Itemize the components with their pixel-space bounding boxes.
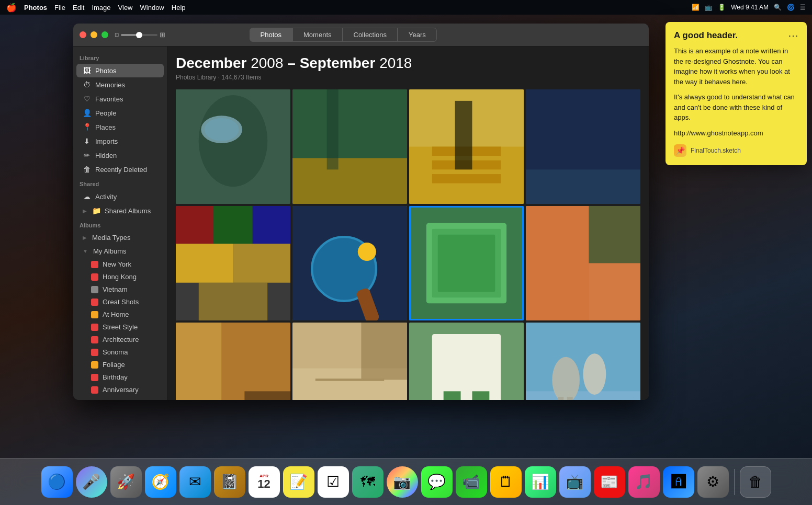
apple-menu[interactable]: 🍎 [6, 3, 17, 13]
ghostnote-link[interactable]: http://www.ghostnoteapp.com [674, 128, 798, 139]
sidebar-album-birthday[interactable]: Birthday [76, 371, 164, 383]
dock-trash[interactable]: 🗑 [740, 466, 771, 498]
svg-rect-29 [438, 235, 495, 292]
sidebar-album-anniversary[interactable]: Anniversary [76, 384, 164, 396]
battery-icon: 🔋 [718, 4, 726, 11]
siri-dock-icon: 🎤 [82, 473, 100, 490]
maximize-button[interactable] [102, 31, 108, 38]
photo-1[interactable] [176, 89, 290, 204]
size-slider-group[interactable]: ⊡ ⊞ [115, 31, 165, 39]
tab-moments[interactable]: Moments [292, 28, 342, 42]
menu-help[interactable]: Help [172, 4, 186, 12]
dock-photos[interactable]: 📷 [387, 466, 418, 498]
dock-launchpad[interactable]: 🚀 [110, 466, 142, 498]
dock-safari[interactable]: 🧭 [145, 466, 176, 498]
photo-6[interactable] [292, 206, 407, 320]
svg-rect-5 [292, 158, 407, 204]
sidebar-album-sonoma[interactable]: Sonoma [76, 346, 164, 358]
svg-point-1 [199, 95, 267, 187]
dock-stickies[interactable]: 📝 [283, 466, 314, 498]
photo-2[interactable] [292, 89, 407, 204]
tab-years[interactable]: Years [398, 28, 437, 42]
dock-facetime[interactable]: 📹 [456, 466, 487, 498]
menu-file[interactable]: File [54, 4, 65, 12]
title-bar: ⊡ ⊞ Photos Moments Collections Years [73, 24, 649, 47]
svg-rect-40 [361, 323, 407, 380]
imports-icon: ⬇ [83, 137, 91, 145]
photo-7[interactable] [409, 206, 524, 320]
tab-photos[interactable]: Photos [250, 28, 292, 42]
app-name[interactable]: Photos [24, 4, 47, 12]
svg-rect-46 [472, 391, 489, 400]
album-hong-kong-label: Hong Kong [103, 273, 137, 281]
menu-image[interactable]: Image [92, 4, 110, 12]
maps-icon: 🗺 [360, 473, 375, 490]
sidebar-album-hong-kong[interactable]: Hong Kong [76, 271, 164, 283]
main-content: December 2008 – September 2018 Photos Li… [167, 47, 649, 400]
music-icon: 🎵 [635, 473, 653, 490]
ghostnote-menu-button[interactable]: ⋯ [788, 30, 798, 41]
menu-view[interactable]: View [118, 4, 133, 12]
sidebar-item-people[interactable]: 👤 People [76, 106, 164, 120]
svg-rect-32 [589, 206, 640, 263]
dock-direct-mail[interactable]: ✉ [179, 466, 211, 498]
sidebar-item-shared-albums[interactable]: ▶ 📁 Shared Albums [76, 204, 164, 217]
menu-window[interactable]: Window [140, 4, 164, 12]
sidebar-item-my-albums[interactable]: ▼ My Albums [76, 245, 164, 258]
minimize-button[interactable] [91, 31, 97, 38]
search-icon[interactable]: 🔍 [774, 4, 782, 11]
dock-reminders[interactable]: ☑ [318, 466, 349, 498]
vietnam-dot [91, 286, 98, 293]
photo-11[interactable] [409, 323, 524, 400]
dock-news[interactable]: 📰 [594, 466, 625, 498]
photo-8[interactable] [526, 206, 640, 320]
siri-icon[interactable]: 🌀 [787, 4, 795, 11]
sidebar-item-memories[interactable]: ⏱ Memories [76, 78, 164, 91]
new-york-dot [91, 261, 98, 268]
dock-music[interactable]: 🎵 [628, 466, 660, 498]
sidebar-item-favorites[interactable]: ♡ Favorites [76, 92, 164, 106]
dock-notefile[interactable]: 📓 [214, 466, 245, 498]
sidebar-album-at-home[interactable]: At Home [76, 308, 164, 320]
dock-calendar[interactable]: APR 12 [249, 466, 280, 498]
sidebar-item-imports[interactable]: ⬇ Imports [76, 134, 164, 148]
activity-icon: ☁ [83, 192, 91, 201]
control-center-icon[interactable]: ☰ [800, 4, 806, 11]
photo-4[interactable] [526, 89, 640, 204]
sidebar-item-media-types[interactable]: ▶ Media Types [76, 231, 164, 244]
sidebar-album-new-york[interactable]: New York [76, 258, 164, 270]
sidebar-item-recently-deleted[interactable]: 🗑 Recently Deleted [76, 163, 164, 176]
dock-finder[interactable]: 🔵 [41, 466, 73, 498]
close-button[interactable] [80, 31, 86, 38]
svg-point-50 [583, 353, 606, 395]
sidebar-album-foliage[interactable]: Foliage [76, 359, 164, 371]
photo-9[interactable] [176, 323, 290, 400]
dock-numbers[interactable]: 📊 [525, 466, 556, 498]
recently-deleted-icon: 🗑 [83, 165, 91, 174]
sidebar-item-places[interactable]: 📍 Places [76, 120, 164, 134]
dock-maps[interactable]: 🗺 [352, 466, 384, 498]
sidebar-album-architecture[interactable]: Architecture [76, 334, 164, 346]
dock-system-prefs[interactable]: ⚙ [697, 466, 729, 498]
sidebar-item-hidden[interactable]: ✏ Hidden [76, 148, 164, 162]
menu-edit[interactable]: Edit [73, 4, 84, 12]
tab-collections[interactable]: Collections [343, 28, 398, 42]
dock-notes[interactable]: 🗒 [490, 466, 522, 498]
sidebar-album-great-shots[interactable]: Great Shots [76, 296, 164, 308]
launchpad-icon: 🚀 [117, 473, 135, 490]
dock-messages[interactable]: 💬 [421, 466, 453, 498]
dock-siri[interactable]: 🎤 [76, 466, 107, 498]
svg-point-25 [358, 243, 376, 261]
svg-rect-45 [444, 391, 461, 400]
sidebar-item-photos[interactable]: 🖼 Photos [76, 64, 164, 77]
sidebar-item-activity[interactable]: ☁ Activity [76, 190, 164, 203]
sidebar-album-vietnam[interactable]: Vietnam [76, 283, 164, 295]
photo-12[interactable] [526, 323, 640, 400]
photo-10[interactable] [292, 323, 407, 400]
dock-app-store[interactable]: 🅰 [663, 466, 694, 498]
photo-3[interactable] [409, 89, 524, 204]
dock-keynote[interactable]: 📺 [559, 466, 591, 498]
size-slider[interactable] [121, 34, 157, 36]
sidebar-album-street-style[interactable]: Street Style [76, 321, 164, 333]
photo-5[interactable] [176, 206, 290, 320]
